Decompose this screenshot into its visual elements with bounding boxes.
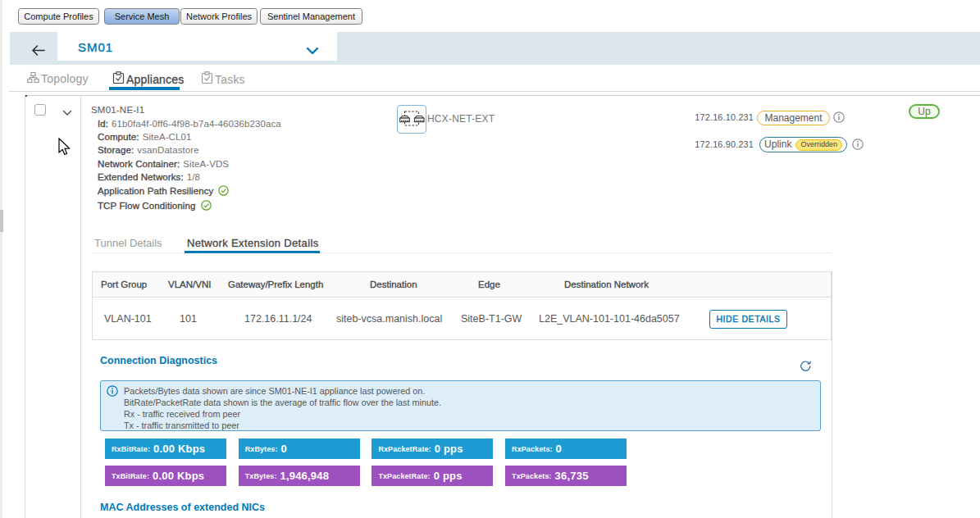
clipboard-check-icon (112, 71, 125, 84)
content-left-border (25, 95, 25, 518)
status-badge: Up (909, 104, 940, 120)
rx-packets-chip: RxPackets:0 (505, 438, 627, 459)
cell-gateway: 172.16.11.1/24 (244, 313, 312, 325)
stat-label: RxBytes: (245, 445, 278, 453)
ip-address-management: 172.16.10.231 (656, 112, 754, 122)
field-value: 1/8 (187, 172, 200, 182)
info-circle-icon (833, 111, 845, 123)
grid-corner-dot (25, 95, 27, 97)
flag-label: TCP Flow Conditioning (98, 201, 196, 211)
stat-value: 0 (281, 443, 287, 455)
tabs-bottom-border (9, 91, 980, 92)
topology-icon (27, 71, 39, 86)
tab-tasks-label: Tasks (215, 73, 245, 86)
check-circle-icon (201, 200, 212, 211)
row-expand-chevron[interactable] (62, 105, 72, 120)
stat-label: RxBitRate: (112, 445, 150, 453)
back-button[interactable] (32, 44, 45, 55)
diagnostics-info-box: Packets/Bytes data shown are since SM01-… (100, 380, 821, 431)
cell-port-group: VLAN-101 (104, 313, 152, 325)
topology-icon (27, 71, 39, 84)
info-line: Tx - traffic transmitted to peer (124, 420, 441, 431)
info-circle-icon (107, 385, 118, 397)
row-divider (80, 95, 81, 518)
tab-topology[interactable]: Topology (27, 71, 89, 86)
chevron-down-icon (306, 43, 319, 58)
field-value: SiteA-VDS (183, 159, 229, 169)
cell-edge: SiteB-T1-GW (461, 313, 522, 325)
check-circle-icon (218, 185, 229, 196)
tx-stats-row: TxBitRate:0.00 Kbps TxBytes:1,946,948 Tx… (105, 466, 925, 486)
rx-stats-row: RxBitRate:0.00 Kbps RxBytes:0 RxPacketRa… (105, 438, 925, 459)
extension-switches-icon (398, 106, 426, 133)
rx-bytes-chip: RxBytes:0 (239, 438, 360, 459)
tasks-icon (201, 71, 213, 87)
stat-label: TxBitRate: (112, 472, 149, 480)
field-label: Network Container: (98, 159, 180, 169)
stat-label: RxPackets: (512, 445, 553, 453)
tx-packets-chip: TxPackets:36,735 (505, 466, 627, 486)
col-port-group: Port Group (101, 279, 147, 289)
table-header-divider (93, 297, 831, 298)
network-extension-appliance-icon (397, 105, 426, 134)
tab-service-mesh[interactable]: Service Mesh (104, 8, 180, 25)
info-icon[interactable] (852, 139, 864, 150)
tab-compute-profiles[interactable]: Compute Profiles (18, 8, 99, 25)
content-area: SM01-NE-I1 Id:61b0fa4f-0ff6-4f98-b7a4-46… (0, 94, 980, 518)
mac-addresses-title: MAC Addresses of extended NICs (100, 502, 265, 513)
appliance-name: SM01-NE-I1 (91, 105, 144, 115)
stat-label: TxPackets: (512, 472, 552, 480)
refresh-icon (799, 359, 812, 372)
chevron-down-icon (62, 110, 72, 116)
appliance-field-row: Compute:SiteA-CL01 (98, 130, 281, 143)
appliances-icon (112, 71, 125, 87)
appliance-fields: Id:61b0fa4f-0ff6-4f98-b7a4-46036b230aca … (98, 117, 281, 213)
clipboard-check-icon (201, 71, 213, 84)
nav-tabs-row: Topology Appliances Tasks (0, 65, 980, 94)
content-top-border (25, 95, 980, 96)
col-gateway: Gateway/Prefix Length (228, 279, 323, 289)
tx-packetrate-chip: TxPacketRate:0 pps (371, 466, 493, 486)
scrollbar-track[interactable] (0, 0, 2, 518)
tab-tasks[interactable]: Tasks (201, 71, 245, 87)
info-line: Rx - traffic received from peer (124, 408, 441, 420)
field-label: Id: (98, 119, 108, 129)
tab-appliances-label: Appliances (126, 73, 185, 86)
mouse-cursor (57, 138, 74, 161)
stat-value: 1,946,948 (280, 470, 330, 482)
refresh-icon[interactable] (799, 359, 812, 372)
field-value: vsanDatastore (137, 145, 198, 155)
col-edge: Edge (478, 279, 500, 289)
tx-bytes-chip: TxBytes:1,946,948 (239, 466, 360, 486)
row-checkbox[interactable] (34, 104, 46, 116)
stat-label: RxPacketRate: (378, 445, 431, 453)
tab-appliances[interactable]: Appliances (112, 71, 185, 87)
info-icon[interactable] (833, 111, 845, 123)
hide-details-button[interactable]: HIDE DETAILS (709, 310, 787, 329)
col-destination: Destination (370, 279, 417, 289)
connection-diagnostics-title: Connection Diagnostics (100, 355, 217, 366)
diagnostics-info-text: Packets/Bytes data shown are since SM01-… (124, 385, 441, 431)
stat-value: 0 (556, 443, 562, 455)
rx-packetrate-chip: RxPacketRate:0 pps (371, 438, 493, 459)
tab-tunnel-details[interactable]: Tunnel Details (94, 237, 162, 249)
tab-network-profiles[interactable]: Network Profiles (180, 8, 258, 25)
uplink-pill: UplinkOverridden (759, 137, 847, 152)
tab-sentinel-management[interactable]: Sentinel Management (260, 8, 362, 25)
active-tab-underline (109, 87, 180, 90)
field-label: Storage: (98, 145, 134, 155)
cell-vlan-vni: 101 (180, 313, 197, 325)
tab-network-extension-details[interactable]: Network Extension Details (187, 237, 318, 249)
mesh-selector[interactable]: SM01 (57, 32, 337, 61)
stat-label: TxPacketRate: (378, 472, 430, 480)
info-circle-icon (852, 139, 864, 150)
tx-bitrate-chip: TxBitRate:0.00 Kbps (105, 466, 226, 486)
scrollbar-thumb[interactable] (0, 210, 3, 232)
overridden-badge: Overridden (795, 139, 842, 151)
stat-value: 36,735 (555, 470, 589, 482)
field-value: SiteA-CL01 (143, 132, 192, 142)
appliance-flag-row: TCP Flow Conditioning (98, 198, 281, 213)
ip-address-uplink: 172.16.90.231 (656, 139, 754, 149)
stat-value: 0.00 Kbps (153, 443, 205, 455)
info-line: Packets/Bytes data shown are since SM01-… (124, 385, 441, 397)
